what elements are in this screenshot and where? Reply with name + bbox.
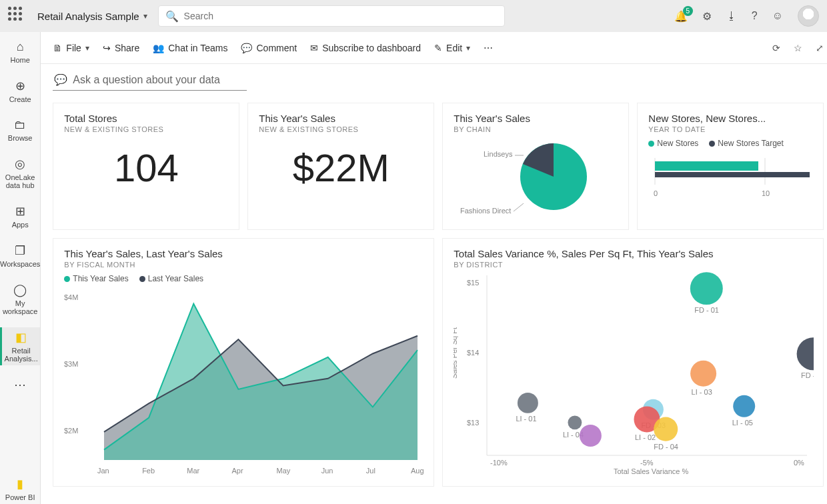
share-button[interactable]: ↪Share <box>103 43 139 53</box>
search-input[interactable]: 🔍 <box>158 5 505 27</box>
svg-text:Sales Per Sq Ft: Sales Per Sq Ft <box>454 327 458 379</box>
chat-teams-button[interactable]: 👥Chat in Teams <box>153 43 227 53</box>
comment-button[interactable]: 💬Comment <box>241 43 297 53</box>
svg-text:0: 0 <box>654 189 658 197</box>
sidebar-item-apps[interactable]: ⊞Apps <box>0 201 40 231</box>
home-icon: ⌂ <box>17 40 24 54</box>
tile-sales-by-chain[interactable]: This Year's Sales BY CHAIN Lindseys Fash… <box>442 103 629 230</box>
sidebar-item-onelake[interactable]: ◎OneLake data hub <box>0 154 40 192</box>
plus-circle-icon: ⊕ <box>15 79 25 93</box>
database-icon: ◎ <box>15 157 25 171</box>
tile-title: This Year's Sales <box>259 113 423 124</box>
tile-new-stores[interactable]: New Stores, New Stores... YEAR TO DATE N… <box>637 103 824 230</box>
ellipsis-icon: ⋯ <box>484 43 493 53</box>
tile-title: This Year's Sales <box>454 113 618 124</box>
person-icon: ◯ <box>13 283 27 297</box>
svg-point-44 <box>654 417 678 441</box>
svg-text:10: 10 <box>762 189 770 197</box>
tile-title: Total Stores <box>64 113 228 124</box>
search-field[interactable] <box>184 11 498 21</box>
svg-text:-5%: -5% <box>640 459 654 467</box>
svg-text:$15: $15 <box>467 279 479 287</box>
svg-text:LI - 03: LI - 03 <box>692 388 712 396</box>
tile-sales-by-month[interactable]: This Year's Sales, Last Year's Sales BY … <box>53 238 434 487</box>
svg-text:FD - 01: FD - 01 <box>695 306 720 314</box>
sidebar-more[interactable]: ⋯ <box>0 375 40 395</box>
svg-text:May: May <box>277 467 291 475</box>
svg-rect-7 <box>655 161 758 171</box>
tile-title: Total Sales Variance %, Sales Per Sq Ft,… <box>454 248 812 259</box>
svg-text:Jul: Jul <box>366 467 375 475</box>
bar-chart: 0 10 <box>648 148 815 208</box>
help-icon[interactable]: ? <box>752 10 758 22</box>
edit-menu[interactable]: ✎Edit▾ <box>434 43 470 53</box>
toolbar: 🗎File▾ ↪Share 👥Chat in Teams 💬Comment ✉S… <box>41 32 827 64</box>
tile-total-stores[interactable]: Total Stores NEW & EXISTING STORES 104 <box>53 103 239 230</box>
tile-subtitle: BY CHAIN <box>454 125 618 133</box>
svg-text:Lindseys: Lindseys <box>484 150 513 158</box>
refresh-icon[interactable]: ⟳ <box>772 43 780 53</box>
sidebar-footer-powerbi[interactable]: ▮Power BI <box>0 474 40 504</box>
chevron-down-icon: ▾ <box>466 43 470 53</box>
qna-input[interactable]: 💬 Ask a question about your data <box>53 72 247 91</box>
subscribe-icon: ✉ <box>310 43 318 53</box>
teams-icon: 👥 <box>153 43 164 53</box>
feedback-icon[interactable]: ☺ <box>772 10 783 22</box>
svg-text:-10%: -10% <box>490 459 508 467</box>
sidebar-item-create[interactable]: ⊕Create <box>0 76 40 106</box>
svg-text:FD - 04: FD - 04 <box>654 443 679 451</box>
toolbar-more[interactable]: ⋯ <box>484 43 493 53</box>
sidebar-item-browse[interactable]: 🗀Browse <box>0 115 40 145</box>
notifications-icon[interactable]: 🔔5 <box>674 10 688 23</box>
svg-text:Feb: Feb <box>142 467 155 475</box>
sidebar-item-retail-analysis[interactable]: ◧Retail Analysis... <box>0 327 40 365</box>
svg-point-34 <box>518 393 538 413</box>
apps-icon: ⊞ <box>15 204 25 219</box>
tile-subtitle: NEW & EXISTING STORES <box>259 125 423 133</box>
tile-this-year-sales[interactable]: This Year's Sales NEW & EXISTING STORES … <box>247 103 434 230</box>
report-icon: ◧ <box>15 330 27 345</box>
pencil-icon: ✎ <box>434 43 442 53</box>
tile-title: This Year's Sales, Last Year's Sales <box>64 248 423 259</box>
subscribe-button[interactable]: ✉Subscribe to dashboard <box>310 43 421 53</box>
tile-subtitle: NEW & EXISTING STORES <box>64 125 228 133</box>
workspace-name: Retail Analysis Sample <box>37 11 139 22</box>
avatar[interactable] <box>798 5 819 27</box>
svg-text:$3M: $3M <box>64 360 78 368</box>
download-icon[interactable]: ⭳ <box>726 10 737 22</box>
sidebar-item-my-workspace[interactable]: ◯My workspace <box>0 280 40 318</box>
notification-badge: 5 <box>683 6 693 16</box>
svg-point-28 <box>690 272 723 305</box>
svg-text:Total Sales Variance %: Total Sales Variance % <box>614 467 689 475</box>
ellipsis-icon: ⋯ <box>14 377 26 392</box>
svg-text:Fashions Direct: Fashions Direct <box>460 207 511 215</box>
svg-text:LI - 01: LI - 01 <box>516 415 537 423</box>
svg-text:LI - 05: LI - 05 <box>732 419 753 427</box>
sidebar-item-workspaces[interactable]: ❐Workspaces <box>0 241 40 271</box>
svg-point-30 <box>797 337 814 370</box>
sidebar-item-home[interactable]: ⌂Home <box>0 37 40 67</box>
folder-icon: 🗀 <box>14 118 26 132</box>
svg-rect-8 <box>655 172 810 177</box>
tile-subtitle: BY DISTRICT <box>454 261 812 269</box>
search-icon: 🔍 <box>165 10 179 23</box>
sidebar: ⌂Home ⊕Create 🗀Browse ◎OneLake data hub … <box>0 32 41 504</box>
topbar: Retail Analysis Sample ▾ 🔍 🔔5 ⚙ ⭳ ? ☺ <box>0 0 827 32</box>
favorite-icon[interactable]: ☆ <box>794 43 802 53</box>
tile-variance-scatter[interactable]: Total Sales Variance %, Sales Per Sq Ft,… <box>442 238 824 487</box>
svg-point-40 <box>568 415 582 429</box>
workspaces-icon: ❐ <box>15 243 25 258</box>
qna-section: 💬 Ask a question about your data <box>41 64 827 95</box>
app-launcher-icon[interactable] <box>8 7 27 25</box>
svg-point-46 <box>580 425 602 447</box>
workspace-dropdown[interactable]: Retail Analysis Sample ▾ <box>37 11 147 22</box>
svg-text:Jan: Jan <box>97 467 109 475</box>
tile-value: 104 <box>64 145 228 190</box>
svg-text:Mar: Mar <box>187 467 200 475</box>
svg-text:FD - 02: FD - 02 <box>801 371 814 379</box>
settings-icon[interactable]: ⚙ <box>702 10 712 23</box>
comment-icon: 💬 <box>241 43 252 53</box>
fullscreen-icon[interactable]: ⤢ <box>816 43 824 53</box>
file-menu[interactable]: 🗎File▾ <box>53 43 89 53</box>
svg-text:$13: $13 <box>467 419 479 427</box>
